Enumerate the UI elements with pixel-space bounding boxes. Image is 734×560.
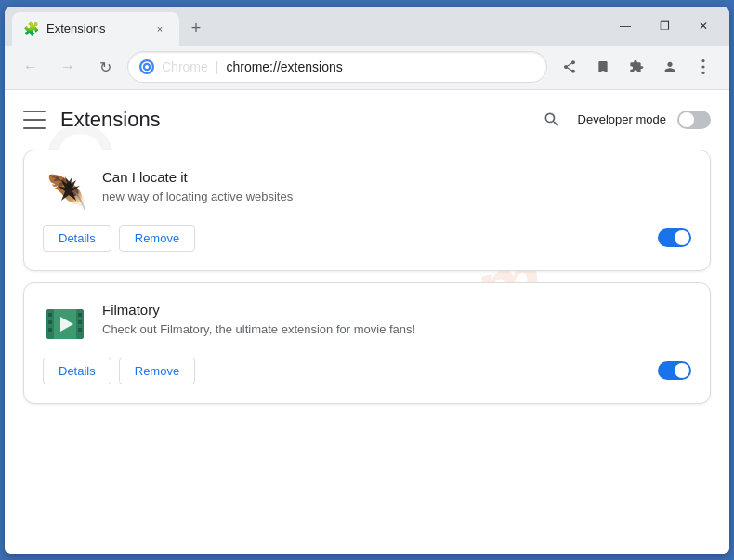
toolbar: ← → ↻ Chrome | chrome://extensions: [5, 46, 729, 90]
url-pipe: |: [216, 59, 219, 74]
svg-rect-12: [78, 313, 82, 317]
header-right: Developer mode: [537, 105, 711, 135]
close-button[interactable]: ✕: [685, 14, 722, 38]
more-options-button[interactable]: [688, 52, 718, 82]
hamburger-line-3: [23, 127, 46, 129]
details-button-filmatory[interactable]: Details: [43, 358, 111, 384]
extension-icon-can-locate-it: 🪶: [43, 169, 87, 214]
extension-card-filmatory: Filmatory Check out Filmatory, the ultim…: [23, 282, 711, 404]
active-tab[interactable]: 🧩 Extensions ×: [12, 12, 179, 46]
toggle-thumb-filmatory: [675, 363, 689, 378]
tab-title: Extensions: [46, 21, 144, 35]
extension-name-filmatory: Filmatory: [102, 302, 691, 318]
reload-button[interactable]: ↻: [90, 52, 120, 82]
bookmark-button[interactable]: [588, 52, 618, 82]
header-left: Extensions: [23, 108, 161, 132]
developer-mode-toggle[interactable]: [677, 111, 711, 129]
developer-mode-label: Developer mode: [578, 112, 666, 126]
url-separator: Chrome: [162, 59, 208, 74]
page-title: Extensions: [60, 108, 161, 132]
tab-extension-icon: 🧩: [23, 21, 39, 36]
toggle-filmatory[interactable]: [658, 361, 691, 380]
extension-desc-can-locate-it: new way of locating active websites: [102, 189, 691, 205]
tab-close-button[interactable]: ×: [151, 20, 168, 37]
profile-button[interactable]: [655, 52, 685, 82]
svg-rect-11: [48, 328, 52, 332]
extension-icon-filmatory: [43, 302, 87, 346]
remove-button-filmatory[interactable]: Remove: [119, 358, 195, 384]
extension-details-can-locate-it: Can I locate it new way of locating acti…: [102, 169, 691, 205]
svg-rect-13: [78, 320, 82, 324]
sidebar-toggle-button[interactable]: [23, 111, 46, 129]
extensions-page-header: Extensions Developer mode: [5, 90, 729, 150]
toggle-thumb-can-locate-it: [675, 230, 689, 245]
extension-name-can-locate-it: Can I locate it: [102, 169, 691, 185]
extension-info-filmatory: Filmatory Check out Filmatory, the ultim…: [43, 302, 691, 346]
toggle-thumb: [679, 112, 694, 127]
url-text: chrome://extensions: [226, 59, 535, 74]
hamburger-line-2: [23, 119, 46, 121]
hamburger-line-1: [23, 111, 46, 112]
extensions-list: 🪶 Can I locate it new way of locating ac…: [5, 150, 729, 423]
svg-rect-14: [78, 328, 82, 332]
toggle-can-locate-it[interactable]: [658, 228, 691, 247]
details-button-can-locate-it[interactable]: Details: [43, 225, 111, 252]
extension-desc-filmatory: Check out Filmatory, the ultimate extens…: [102, 321, 691, 338]
main-content: fiash.com Extensions Developer mode: [5, 90, 729, 554]
svg-rect-9: [48, 313, 52, 317]
new-tab-button[interactable]: +: [183, 16, 209, 42]
search-extensions-button[interactable]: [537, 105, 567, 135]
extension-card-can-locate-it: 🪶 Can I locate it new way of locating ac…: [23, 150, 711, 271]
extension-info-can-locate-it: 🪶 Can I locate it new way of locating ac…: [43, 169, 691, 214]
extension-actions-filmatory: Details Remove: [43, 358, 691, 384]
address-bar[interactable]: Chrome | chrome://extensions: [127, 51, 547, 83]
extension-details-filmatory: Filmatory Check out Filmatory, the ultim…: [102, 302, 691, 338]
back-button[interactable]: ←: [16, 52, 46, 82]
toolbar-actions: [555, 52, 718, 82]
minimize-button[interactable]: —: [607, 14, 644, 38]
svg-point-4: [701, 72, 704, 74]
remove-button-can-locate-it[interactable]: Remove: [119, 225, 195, 252]
svg-point-1: [145, 65, 149, 69]
site-favicon: [139, 59, 154, 74]
svg-rect-10: [48, 320, 52, 324]
extension-actions-can-locate-it: Details Remove: [43, 225, 691, 252]
forward-button[interactable]: →: [53, 52, 83, 82]
share-button[interactable]: [555, 52, 584, 82]
browser-window: 🧩 Extensions × + — ❐ ✕ ← → ↻ Chrome | ch…: [5, 7, 729, 554]
restore-button[interactable]: ❐: [646, 14, 683, 38]
extensions-toolbar-button[interactable]: [622, 52, 651, 82]
svg-point-3: [701, 65, 704, 68]
window-controls: — ❐ ✕: [607, 14, 722, 38]
title-bar: 🧩 Extensions × + — ❐ ✕: [5, 7, 729, 46]
svg-point-2: [701, 59, 704, 62]
